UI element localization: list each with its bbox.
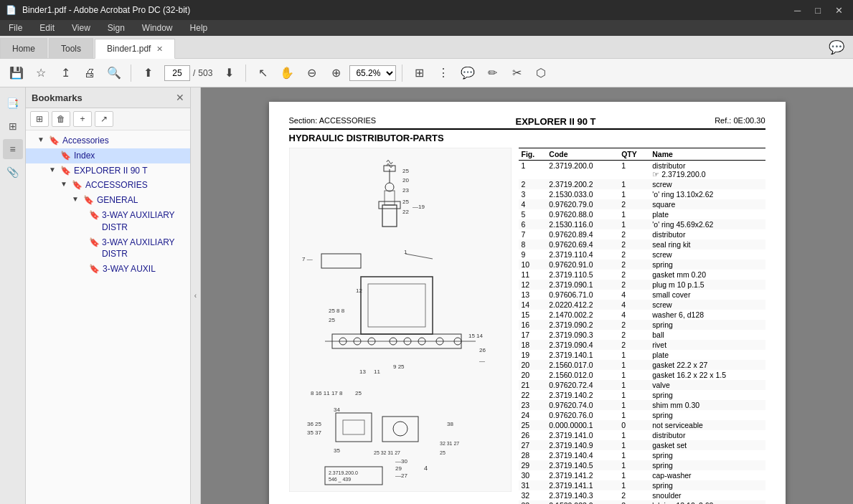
draw-button[interactable]: ✏ xyxy=(481,62,503,84)
tab-document[interactable]: Binder1.pdf ✕ xyxy=(95,39,175,59)
tab-close-button[interactable]: ✕ xyxy=(156,44,163,54)
search-button[interactable]: 🔍 xyxy=(103,62,125,84)
bookmark-grid-btn[interactable]: ⊞ xyxy=(30,111,49,127)
bookmark-item-index[interactable]: 🔖 Index xyxy=(26,148,190,163)
bookmark-add-btn[interactable]: + xyxy=(73,111,92,127)
pdf-ref: Ref.: 0E:00.30 xyxy=(679,116,765,125)
bookmark-icon: 🔖 xyxy=(89,209,99,222)
bookmark-item-3way-2[interactable]: 🔖 3-WAY AUXILIARY DISTR xyxy=(26,235,190,262)
close-button[interactable]: ✕ xyxy=(831,4,847,17)
zoom-select[interactable]: 65.2% 50% 75% 100% 125% 150% 200% xyxy=(349,65,396,81)
fit-page-button[interactable]: ⊞ xyxy=(408,62,430,84)
sidebar-close-button[interactable]: ✕ xyxy=(176,92,184,103)
svg-text:35: 35 xyxy=(334,447,340,454)
pdf-diagram-area: 25 20 23 25 22 —19 7 — 8 16 11 17 8 25 xyxy=(289,148,512,504)
table-row: 292.3719.140.51spring xyxy=(519,460,765,470)
sidebar-collapse-handle[interactable]: ‹ xyxy=(191,87,201,504)
bookmark-label: 3-WAY AUXIL xyxy=(103,263,156,275)
col-fig: Fig. xyxy=(519,148,547,161)
bookmark-delete-btn[interactable]: 🗑 xyxy=(52,111,70,127)
svg-text:25 8  8: 25 8 8 xyxy=(329,308,345,314)
svg-text:15 14: 15 14 xyxy=(468,333,484,339)
bookmark-item-explorer[interactable]: ▼ 🔖 EXPLORER II 90 T xyxy=(26,163,190,179)
share2-button[interactable]: ⬡ xyxy=(530,62,552,84)
nav-attachments-icon[interactable]: 📎 xyxy=(3,162,23,182)
zoom-in-button[interactable]: ⊕ xyxy=(325,62,347,84)
bookmark-item-accessories2[interactable]: ▼ 🔖 ACCESSORIES xyxy=(26,178,190,193)
table-row: 80.97620.69.42seal ring kit xyxy=(519,239,765,249)
hand-tool-button[interactable]: ✋ xyxy=(276,62,298,84)
svg-text:26: 26 xyxy=(479,347,486,353)
select-tool-button[interactable]: ↖ xyxy=(252,62,273,84)
print-button[interactable]: 🖨 xyxy=(79,62,100,84)
table-row: 202.1560.017.01gasket 22.2 x 27 xyxy=(519,360,765,370)
page-navigation: / 503 xyxy=(164,65,212,81)
svg-text:32 31 27: 32 31 27 xyxy=(440,441,459,446)
tab-tools-label: Tools xyxy=(61,44,81,54)
zoom-out-button[interactable]: ⊖ xyxy=(301,62,322,84)
bookmark-label: GENERAL xyxy=(97,194,138,206)
bookmark-btn-group: ⊞ xyxy=(30,111,49,127)
pdf-viewer[interactable]: Section: ACCESSORIES EXPLORER II 90 T Re… xyxy=(201,87,853,504)
nav-layers-icon[interactable]: ≡ xyxy=(3,139,23,159)
scroll-button[interactable]: ⋮ xyxy=(433,62,454,84)
parts-table: Fig. Code QTY Name 12.3719.200.01distrib… xyxy=(519,148,765,504)
svg-text:7 —: 7 — xyxy=(302,256,313,262)
menu-help[interactable]: Help xyxy=(187,22,211,34)
bookmark-button[interactable]: ☆ xyxy=(30,62,52,84)
svg-text:36 25: 36 25 xyxy=(307,421,322,427)
separator-2 xyxy=(245,65,246,82)
table-row: 112.3719.110.52gasket mm 0.20 xyxy=(519,270,765,280)
header-divider xyxy=(289,128,765,130)
page-number-input[interactable] xyxy=(164,65,190,81)
bookmark-item-general[interactable]: ▼ 🔖 GENERAL xyxy=(26,193,190,208)
maximize-button[interactable]: □ xyxy=(811,4,825,17)
title-bar-left: 📄 Binder1.pdf - Adobe Acrobat Pro DC (32… xyxy=(6,5,190,15)
tab-home[interactable]: Home xyxy=(0,38,47,58)
bookmark-item-3way-1[interactable]: 🔖 3-WAY AUXILIARY DISTR xyxy=(26,208,190,235)
table-row: 130.97606.71.04small cover xyxy=(519,290,765,300)
menu-edit[interactable]: Edit xyxy=(37,22,57,34)
tab-document-label: Binder1.pdf xyxy=(107,44,151,54)
bookmark-icon: 🔖 xyxy=(60,150,71,162)
table-row: 192.3719.140.11plate xyxy=(519,350,765,360)
save-button[interactable]: 💾 xyxy=(6,62,27,84)
bookmark-label: ACCESSORIES xyxy=(85,179,148,191)
toolbar: 💾 ☆ ↥ 🖨 🔍 ⬆ / 503 ⬇ ↖ ✋ ⊖ ⊕ 65.2% 50% 75… xyxy=(0,59,853,87)
menu-file[interactable]: File xyxy=(6,22,25,34)
bookmark-item-3way-3[interactable]: 🔖 3-WAY AUXIL xyxy=(26,262,190,277)
table-row: 22.3719.200.21screw xyxy=(519,179,765,189)
page-separator: / xyxy=(193,68,195,78)
pdf-model-title: EXPLORER II 90 T xyxy=(433,116,679,127)
total-pages: 503 xyxy=(198,68,212,78)
chat-icon[interactable]: 💬 xyxy=(820,37,853,58)
share-button[interactable]: ↥ xyxy=(55,62,76,84)
expand-icon: ▼ xyxy=(60,179,69,189)
comment-button[interactable]: 💬 xyxy=(457,62,479,84)
svg-rect-0 xyxy=(289,148,512,492)
bookmark-icon: 🔖 xyxy=(60,165,71,177)
nav-bookmarks-icon[interactable]: 📑 xyxy=(3,93,23,113)
measure-button[interactable]: ✂ xyxy=(506,62,527,84)
menu-sign[interactable]: Sign xyxy=(105,22,128,34)
menu-window[interactable]: Window xyxy=(139,22,176,34)
col-name: Name xyxy=(649,148,765,161)
next-page-button[interactable]: ⬇ xyxy=(218,62,240,84)
prev-page-button[interactable]: ⬆ xyxy=(137,62,159,84)
svg-text:546 _ 439: 546 _ 439 xyxy=(329,477,351,482)
table-row: 210.97620.72.41valve xyxy=(519,380,765,390)
tab-tools[interactable]: Tools xyxy=(49,38,93,58)
svg-text:29: 29 xyxy=(395,465,402,472)
bookmark-label: EXPLORER II 90 T xyxy=(74,165,148,177)
table-row: 202.1560.012.01gasket 16.2 x 22 x 1.5 xyxy=(519,370,765,380)
bookmark-item-accessories[interactable]: ▼ 🔖 Accessories xyxy=(26,133,190,148)
table-row: 312.3719.141.11spring xyxy=(519,480,765,490)
svg-text:25: 25 xyxy=(329,317,335,323)
menu-view[interactable]: View xyxy=(69,22,93,34)
bookmark-label: 3-WAY AUXILIARY DISTR xyxy=(102,237,187,261)
minimize-button[interactable]: ─ xyxy=(790,4,805,17)
nav-thumbnails-icon[interactable]: ⊞ xyxy=(3,116,23,136)
bookmark-expand-btn[interactable]: ↗ xyxy=(95,111,113,127)
table-row: 222.3719.140.21spring xyxy=(519,390,765,400)
svg-text:8 16 11 17 8: 8 16 11 17 8 xyxy=(311,390,343,396)
